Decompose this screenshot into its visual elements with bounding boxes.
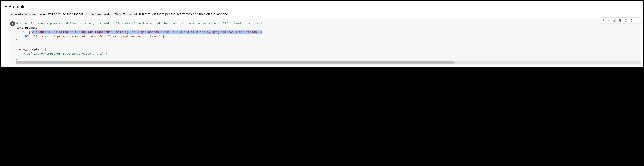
section-title: Prompts (8, 4, 26, 9)
code-string: "This prompt has weight five:5" (107, 35, 162, 38)
link-icon (613, 19, 616, 22)
code-brace-close: } (16, 56, 18, 60)
code-comment-1: # Note: If using a pixelart diffusion mo… (16, 22, 262, 25)
code-quote: " (30, 30, 32, 34)
arrow-up-icon (602, 19, 605, 22)
run-button[interactable] (10, 21, 15, 26)
code-key-0: 0 (23, 30, 25, 34)
horizontal-scrollbar[interactable] (16, 61, 641, 63)
code-snippet-2: animation_mode: 2D / Video (85, 12, 133, 16)
code-ident: image_prompts (16, 48, 39, 51)
selected-prompt-text: A beautiful painting of a singular light… (32, 30, 262, 34)
mirror-button[interactable] (623, 18, 628, 23)
code-bracket: [ (29, 30, 30, 34)
move-down-button[interactable] (606, 18, 612, 23)
desc-text-1: will only use the first set. (47, 12, 85, 16)
trash-icon (630, 19, 633, 22)
desc-text-2: will run through them per the set frames… (133, 12, 229, 16)
code-editor[interactable]: # Note: If using a pixelart diffusion mo… (16, 21, 641, 61)
mirror-icon (624, 19, 627, 22)
code-colon: : (25, 30, 27, 34)
cell-body: # Note: If using a pixelart diffusion mo… (9, 19, 641, 65)
notebook: Prompts animation_mode: None will only u… (1, 1, 643, 67)
gear-icon (619, 19, 622, 22)
settings-button[interactable] (618, 18, 623, 23)
code-op: = (41, 48, 43, 51)
more-button[interactable] (634, 18, 640, 23)
code-ident: text_prompts (16, 26, 38, 29)
code-bracket: [ (32, 35, 34, 38)
scrollbar-thumb[interactable] (16, 61, 454, 63)
code-string: "This set of prompts start at frame 100" (34, 35, 105, 38)
code-comma: , (105, 35, 107, 38)
code-comment-2: # 0:['ImagePromptsWorkButArentVeryGood.p… (23, 52, 109, 55)
code-brace: { (45, 48, 46, 51)
svg-point-2 (637, 21, 638, 22)
code-cell: # Note: If using a pixelart diffusion mo… (9, 19, 641, 65)
arrow-down-icon (608, 19, 610, 22)
code-area[interactable]: # Note: If using a pixelart diffusion mo… (16, 21, 641, 65)
cell-toolbar (600, 17, 640, 23)
code-colon: : (29, 35, 30, 38)
section-header[interactable]: Prompts (5, 4, 641, 9)
code-brace: { (43, 26, 45, 29)
svg-point-0 (637, 19, 638, 20)
section-description: animation_mode: None will only use the f… (10, 12, 641, 16)
svg-point-1 (637, 20, 638, 21)
move-up-button[interactable] (601, 18, 606, 23)
code-close: ], (162, 35, 166, 38)
kebab-icon (636, 19, 638, 22)
collapse-toggle-icon[interactable] (5, 6, 7, 8)
cell-gutter (9, 21, 16, 65)
delete-button[interactable] (629, 18, 634, 23)
code-snippet-1: animation_mode: None (10, 12, 47, 16)
code-op: = (39, 26, 41, 29)
code-brace-close: } (16, 39, 18, 42)
code-key-100: 100 (23, 35, 28, 38)
link-button[interactable] (612, 18, 617, 23)
